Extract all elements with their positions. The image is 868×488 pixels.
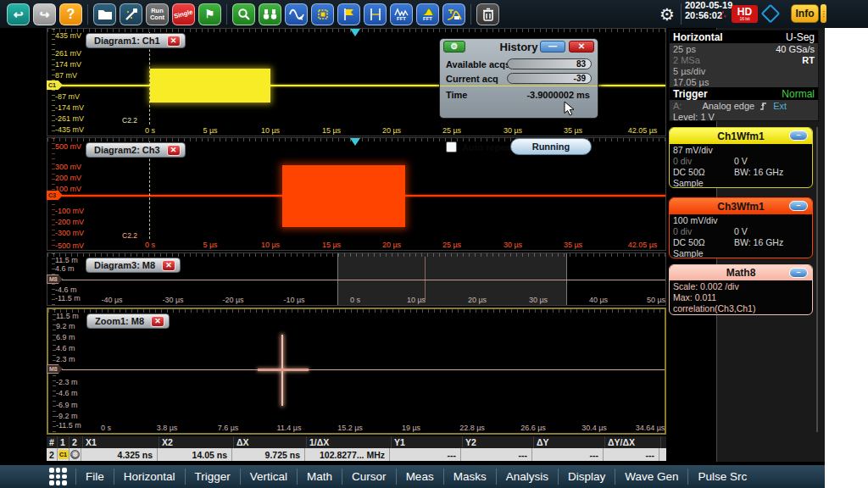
ch3wfm1-badge[interactable]: Ch3Wfm1 – 100 mV/div 0 div 0 V DC 50Ω BW… bbox=[669, 197, 813, 258]
trigger-position-marker[interactable] bbox=[350, 138, 360, 146]
results-data-row[interactable]: 2 C1 ⊗ 4.325 ns14.05 ns9.725 ns102.8277.… bbox=[47, 448, 666, 461]
ch1wfm1-badge[interactable]: Ch1Wfm1 – 87 mV/div 0 div 0 V DC 50Ω BW:… bbox=[669, 127, 813, 188]
chip-tool-button[interactable] bbox=[311, 3, 334, 25]
source1-cell[interactable]: C1 bbox=[58, 448, 70, 461]
sidebar-scrollbar[interactable] bbox=[816, 127, 818, 432]
y-axis-label: -6.9 m bbox=[56, 401, 78, 409]
y-axis-label: -4.6 m bbox=[55, 286, 77, 294]
x-axis-label: 25 µs bbox=[442, 241, 461, 249]
menu-item[interactable]: Meas bbox=[396, 469, 443, 485]
history-settings-button[interactable]: ⚙ bbox=[443, 41, 465, 53]
cursor-tool-button[interactable] bbox=[364, 3, 387, 25]
hd-mode-badge[interactable]: HD 16 bit bbox=[732, 5, 758, 23]
menu-item[interactable]: File bbox=[75, 469, 114, 485]
y-axis-label: 6.9 m bbox=[56, 333, 75, 341]
annotation-flag-button[interactable] bbox=[337, 3, 360, 25]
fft-label: FFT bbox=[423, 16, 432, 21]
file-open-button[interactable] bbox=[93, 3, 116, 25]
available-acqs-field[interactable]: 83 bbox=[507, 58, 592, 69]
horizontal-trigger-infobox[interactable]: Horizontal U-Seg 25 ps 40 GSa/s 2 MSa RT… bbox=[669, 30, 819, 121]
menu-item[interactable]: Trigger bbox=[185, 469, 240, 485]
trigger-position-marker[interactable] bbox=[350, 29, 360, 36]
single-button[interactable]: Single bbox=[172, 3, 195, 25]
menu-item[interactable]: Display bbox=[558, 469, 615, 485]
history-dialog[interactable]: ⚙ History — ✕ Available acqs 83 Current … bbox=[439, 38, 598, 119]
close-icon[interactable]: ✕ bbox=[569, 41, 594, 53]
zoom1-m8[interactable]: Zoom1: M8 ✕ 11.5 m9.2 m6.9 m4.6 m2.3 m-2… bbox=[47, 308, 666, 435]
x-axis-label: 0 s bbox=[145, 126, 155, 135]
fft-label: FFT bbox=[397, 16, 406, 21]
resolution-value: 25 ps bbox=[673, 44, 696, 54]
app-grid-icon[interactable] bbox=[49, 468, 67, 485]
info-more-handle[interactable]: ⋮ bbox=[821, 4, 826, 23]
source2-cell[interactable]: ⊗ bbox=[70, 448, 81, 461]
menu-item[interactable]: Math bbox=[297, 469, 342, 485]
settings-button[interactable]: ⚙ bbox=[659, 0, 675, 28]
y-axis-label: -9.2 m bbox=[56, 412, 78, 420]
toolbar: ↩ ↪ ? Run Cont Single ⚑ FFT FFT ⚙ bbox=[0, 0, 868, 28]
delete-button[interactable] bbox=[476, 3, 499, 25]
results-header-cell: 2 bbox=[70, 436, 83, 448]
current-acq-field[interactable]: -39 bbox=[507, 73, 592, 84]
close-icon[interactable]: ✕ bbox=[151, 316, 164, 327]
minimize-icon[interactable]: – bbox=[789, 268, 808, 278]
probe-setup-button[interactable] bbox=[120, 3, 142, 25]
x-axis-label: -10 µs bbox=[283, 296, 304, 304]
redo-button[interactable]: ↪ bbox=[33, 3, 56, 25]
results-value-cell: --- bbox=[390, 448, 461, 461]
close-icon[interactable]: ✕ bbox=[167, 36, 181, 47]
menu-item[interactable]: Analysis bbox=[496, 469, 558, 485]
results-header-cell: ΔY/ΔX bbox=[605, 436, 661, 448]
running-button[interactable]: Running bbox=[510, 138, 592, 155]
ch3-coupling: DC 50Ω bbox=[673, 237, 705, 248]
minimize-icon[interactable]: — bbox=[540, 41, 565, 53]
minimize-icon[interactable]: – bbox=[789, 201, 808, 211]
menu-item[interactable]: Wave Gen bbox=[615, 469, 687, 485]
minimize-icon[interactable]: – bbox=[789, 130, 808, 141]
spectrum-hump-icon bbox=[420, 8, 436, 16]
horizontal-title: Horizontal bbox=[673, 31, 723, 43]
fft-zoom-tool-button[interactable]: FFT bbox=[416, 3, 439, 25]
run-cont-button[interactable]: Run Cont bbox=[146, 3, 169, 25]
menu-item[interactable]: Masks bbox=[443, 469, 496, 485]
ch1-offset: 0 V bbox=[734, 156, 748, 167]
timebase-scale: 5 µs/div bbox=[673, 66, 705, 76]
diagram1-tab[interactable]: Diagram1: Ch1 ✕ bbox=[86, 33, 186, 48]
results-header-cell: Y1 bbox=[392, 436, 463, 448]
trigger-type: Analog edge bbox=[702, 101, 754, 111]
undo-button[interactable]: ↩ bbox=[7, 3, 30, 25]
signal-flag-button[interactable]: ⚑ bbox=[198, 3, 221, 25]
diagram3-m8[interactable]: Diagram3: M8 ✕ 11.5 m4.6 m-4.6 m-11.5 m … bbox=[47, 252, 666, 306]
mask-test-tool-button[interactable] bbox=[442, 3, 465, 25]
y-axis-label: -100 mV bbox=[55, 207, 84, 215]
info-button[interactable]: Info bbox=[791, 4, 819, 23]
help-button[interactable]: ? bbox=[59, 3, 82, 25]
cursor-label: C2.2 bbox=[122, 231, 137, 240]
menu-item[interactable]: Pulse Src bbox=[687, 469, 756, 485]
menu-item[interactable]: Cursor bbox=[342, 469, 396, 485]
rising-edge-icon bbox=[760, 102, 768, 111]
search-tool-button[interactable] bbox=[259, 3, 281, 25]
mask-hump-icon bbox=[447, 8, 462, 21]
menu-item[interactable]: Horizontal bbox=[114, 469, 185, 485]
auto-repeat-checkbox[interactable] bbox=[446, 141, 457, 152]
top-ruler bbox=[48, 309, 665, 313]
ch3-bandwidth: BW: 16 GHz bbox=[734, 237, 783, 248]
close-icon[interactable]: ✕ bbox=[162, 260, 175, 271]
fft-tool-button[interactable]: FFT bbox=[390, 3, 413, 25]
diagram3-tab[interactable]: Diagram3: M8 ✕ bbox=[86, 258, 181, 273]
y-axis-label: -261 mV bbox=[55, 114, 84, 123]
x-axis-label: 15.2 µs bbox=[337, 424, 363, 432]
menu-item[interactable]: Vertical bbox=[240, 469, 297, 485]
horizontal-position: 17.05 µs bbox=[673, 77, 709, 87]
math8-badge[interactable]: Math8 – Scale: 0.002 /div Max: 0.011 cor… bbox=[669, 264, 813, 315]
y-axis-label: 500 mV bbox=[55, 142, 81, 151]
diagram2-tab[interactable]: Diagram2: Ch3 ✕ bbox=[86, 142, 186, 158]
waveform-tool-button[interactable] bbox=[285, 3, 308, 25]
cursor-results-table[interactable]: #12X1X2ΔX1/ΔXY1Y2ΔYΔY/ΔX 2 C1 ⊗ 4.325 ns… bbox=[47, 436, 666, 461]
zoom1-tab[interactable]: Zoom1: M8 ✕ bbox=[86, 313, 170, 329]
zoom-tool-button[interactable] bbox=[232, 3, 255, 25]
close-icon[interactable]: ✕ bbox=[167, 145, 181, 156]
y-axis-label: -2.3 m bbox=[56, 378, 78, 386]
x-axis-label: -20 µs bbox=[222, 296, 243, 304]
